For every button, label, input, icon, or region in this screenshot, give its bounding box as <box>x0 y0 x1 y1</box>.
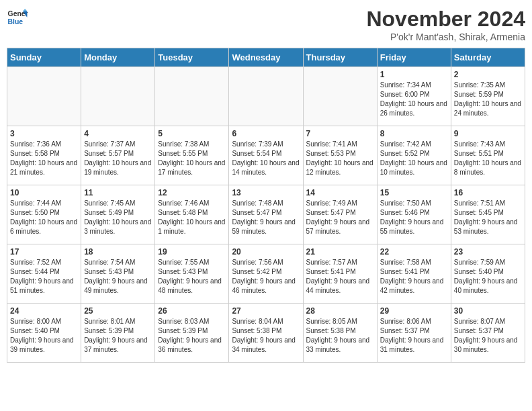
day-cell <box>303 67 377 126</box>
location-subtitle: P'ok'r Mant'ash, Shirak, Armenia <box>366 32 525 42</box>
day-info: Sunrise: 8:01 AM Sunset: 5:39 PM Dayligh… <box>84 317 152 355</box>
day-header-saturday: Saturday <box>451 48 525 67</box>
day-cell <box>81 67 155 126</box>
day-info: Sunrise: 7:44 AM Sunset: 5:50 PM Dayligh… <box>10 199 78 236</box>
day-cell: 8Sunrise: 7:42 AM Sunset: 5:52 PM Daylig… <box>377 126 451 185</box>
day-info: Sunrise: 7:37 AM Sunset: 5:57 PM Dayligh… <box>84 140 152 177</box>
day-cell: 1Sunrise: 7:34 AM Sunset: 6:00 PM Daylig… <box>377 67 451 126</box>
day-info: Sunrise: 8:05 AM Sunset: 5:38 PM Dayligh… <box>306 317 374 355</box>
calendar-table: SundayMondayTuesdayWednesdayThursdayFrid… <box>7 48 525 363</box>
day-cell: 14Sunrise: 7:49 AM Sunset: 5:47 PM Dayli… <box>303 185 377 244</box>
week-row-4: 24Sunrise: 8:00 AM Sunset: 5:40 PM Dayli… <box>7 304 525 363</box>
day-cell: 23Sunrise: 7:59 AM Sunset: 5:40 PM Dayli… <box>451 244 525 304</box>
day-cell: 7Sunrise: 7:41 AM Sunset: 5:53 PM Daylig… <box>303 126 377 185</box>
day-cell: 4Sunrise: 7:37 AM Sunset: 5:57 PM Daylig… <box>81 126 155 185</box>
day-number: 23 <box>454 247 522 257</box>
week-row-0: 1Sunrise: 7:34 AM Sunset: 6:00 PM Daylig… <box>7 67 525 126</box>
day-header-friday: Friday <box>377 48 451 67</box>
day-info: Sunrise: 7:50 AM Sunset: 5:46 PM Dayligh… <box>380 199 448 236</box>
logo-icon: General Blue <box>7 7 28 28</box>
day-number: 7 <box>306 129 374 138</box>
day-number: 19 <box>158 247 226 257</box>
day-number: 8 <box>380 129 448 138</box>
day-cell: 12Sunrise: 7:46 AM Sunset: 5:48 PM Dayli… <box>155 185 229 244</box>
day-number: 11 <box>84 188 152 197</box>
day-number: 14 <box>306 188 374 197</box>
day-number: 2 <box>454 70 522 79</box>
day-number: 29 <box>380 306 448 316</box>
day-info: Sunrise: 7:49 AM Sunset: 5:47 PM Dayligh… <box>306 199 374 236</box>
day-number: 22 <box>380 247 448 257</box>
logo: General Blue <box>7 7 28 28</box>
day-info: Sunrise: 7:56 AM Sunset: 5:42 PM Dayligh… <box>232 258 300 295</box>
day-header-wednesday: Wednesday <box>229 48 303 67</box>
day-info: Sunrise: 7:41 AM Sunset: 5:53 PM Dayligh… <box>306 140 374 177</box>
day-cell: 20Sunrise: 7:56 AM Sunset: 5:42 PM Dayli… <box>229 244 303 304</box>
day-info: Sunrise: 7:48 AM Sunset: 5:47 PM Dayligh… <box>232 199 300 236</box>
day-number: 27 <box>232 306 300 316</box>
day-number: 16 <box>454 188 522 197</box>
day-info: Sunrise: 7:52 AM Sunset: 5:44 PM Dayligh… <box>10 258 78 295</box>
page-header: General Blue November 2024 P'ok'r Mant'a… <box>7 7 525 42</box>
day-header-thursday: Thursday <box>303 48 377 67</box>
day-number: 12 <box>158 188 226 197</box>
week-row-1: 3Sunrise: 7:36 AM Sunset: 5:58 PM Daylig… <box>7 126 525 185</box>
day-cell <box>155 67 229 126</box>
day-cell: 30Sunrise: 8:07 AM Sunset: 5:37 PM Dayli… <box>451 304 525 363</box>
day-number: 4 <box>84 129 152 138</box>
day-cell: 29Sunrise: 8:06 AM Sunset: 5:37 PM Dayli… <box>377 304 451 363</box>
day-cell: 17Sunrise: 7:52 AM Sunset: 5:44 PM Dayli… <box>7 244 81 304</box>
days-header-row: SundayMondayTuesdayWednesdayThursdayFrid… <box>7 48 525 67</box>
day-cell: 27Sunrise: 8:04 AM Sunset: 5:38 PM Dayli… <box>229 304 303 363</box>
day-cell: 6Sunrise: 7:39 AM Sunset: 5:54 PM Daylig… <box>229 126 303 185</box>
day-number: 28 <box>306 306 374 316</box>
day-cell: 5Sunrise: 7:38 AM Sunset: 5:55 PM Daylig… <box>155 126 229 185</box>
day-cell: 28Sunrise: 8:05 AM Sunset: 5:38 PM Dayli… <box>303 304 377 363</box>
day-cell: 2Sunrise: 7:35 AM Sunset: 5:59 PM Daylig… <box>451 67 525 126</box>
day-info: Sunrise: 7:35 AM Sunset: 5:59 PM Dayligh… <box>454 81 522 118</box>
day-number: 26 <box>158 306 226 316</box>
day-info: Sunrise: 8:00 AM Sunset: 5:40 PM Dayligh… <box>10 317 78 355</box>
day-cell <box>229 67 303 126</box>
week-row-3: 17Sunrise: 7:52 AM Sunset: 5:44 PM Dayli… <box>7 244 525 304</box>
month-title: November 2024 <box>366 7 525 32</box>
day-number: 15 <box>380 188 448 197</box>
day-number: 5 <box>158 129 226 138</box>
day-cell: 15Sunrise: 7:50 AM Sunset: 5:46 PM Dayli… <box>377 185 451 244</box>
day-info: Sunrise: 7:36 AM Sunset: 5:58 PM Dayligh… <box>10 140 78 177</box>
day-number: 24 <box>10 306 78 316</box>
day-number: 3 <box>10 129 78 138</box>
day-number: 20 <box>232 247 300 257</box>
day-cell: 25Sunrise: 8:01 AM Sunset: 5:39 PM Dayli… <box>81 304 155 363</box>
day-number: 1 <box>380 70 448 79</box>
day-number: 17 <box>10 247 78 257</box>
day-header-tuesday: Tuesday <box>155 48 229 67</box>
svg-text:Blue: Blue <box>8 18 24 26</box>
day-cell: 21Sunrise: 7:57 AM Sunset: 5:41 PM Dayli… <box>303 244 377 304</box>
day-number: 30 <box>454 306 522 316</box>
title-section: November 2024 P'ok'r Mant'ash, Shirak, A… <box>366 7 525 42</box>
day-cell: 13Sunrise: 7:48 AM Sunset: 5:47 PM Dayli… <box>229 185 303 244</box>
day-info: Sunrise: 7:59 AM Sunset: 5:40 PM Dayligh… <box>454 258 522 295</box>
day-info: Sunrise: 8:03 AM Sunset: 5:39 PM Dayligh… <box>158 317 226 355</box>
day-info: Sunrise: 8:04 AM Sunset: 5:38 PM Dayligh… <box>232 317 300 355</box>
day-cell: 24Sunrise: 8:00 AM Sunset: 5:40 PM Dayli… <box>7 304 81 363</box>
day-number: 25 <box>84 306 152 316</box>
week-row-2: 10Sunrise: 7:44 AM Sunset: 5:50 PM Dayli… <box>7 185 525 244</box>
day-cell <box>7 67 81 126</box>
day-cell: 16Sunrise: 7:51 AM Sunset: 5:45 PM Dayli… <box>451 185 525 244</box>
day-info: Sunrise: 7:46 AM Sunset: 5:48 PM Dayligh… <box>158 199 226 236</box>
day-info: Sunrise: 7:34 AM Sunset: 6:00 PM Dayligh… <box>380 81 448 118</box>
day-cell: 11Sunrise: 7:45 AM Sunset: 5:49 PM Dayli… <box>81 185 155 244</box>
day-info: Sunrise: 7:55 AM Sunset: 5:43 PM Dayligh… <box>158 258 226 295</box>
day-cell: 9Sunrise: 7:43 AM Sunset: 5:51 PM Daylig… <box>451 126 525 185</box>
day-cell: 19Sunrise: 7:55 AM Sunset: 5:43 PM Dayli… <box>155 244 229 304</box>
day-info: Sunrise: 7:45 AM Sunset: 5:49 PM Dayligh… <box>84 199 152 236</box>
day-info: Sunrise: 7:38 AM Sunset: 5:55 PM Dayligh… <box>158 140 226 177</box>
day-info: Sunrise: 7:58 AM Sunset: 5:41 PM Dayligh… <box>380 258 448 295</box>
day-info: Sunrise: 7:57 AM Sunset: 5:41 PM Dayligh… <box>306 258 374 295</box>
day-cell: 10Sunrise: 7:44 AM Sunset: 5:50 PM Dayli… <box>7 185 81 244</box>
day-cell: 22Sunrise: 7:58 AM Sunset: 5:41 PM Dayli… <box>377 244 451 304</box>
day-info: Sunrise: 7:51 AM Sunset: 5:45 PM Dayligh… <box>454 199 522 236</box>
day-cell: 26Sunrise: 8:03 AM Sunset: 5:39 PM Dayli… <box>155 304 229 363</box>
